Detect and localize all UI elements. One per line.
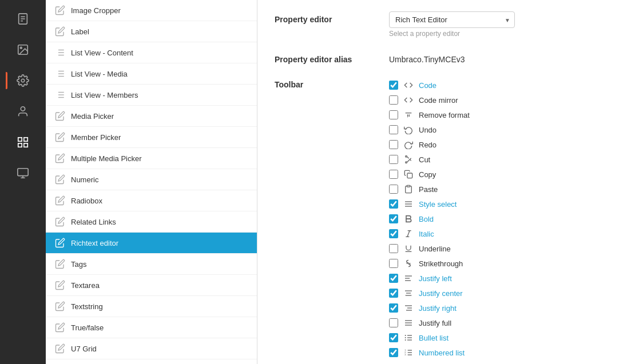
svg-line-40 xyxy=(407,157,408,158)
svg-point-6 xyxy=(21,79,25,82)
sidebar-item-richtext-editor[interactable]: Richtext editor xyxy=(46,233,257,254)
svg-rect-10 xyxy=(18,143,22,147)
svg-point-67 xyxy=(405,337,406,338)
sidebar-item-truefalse[interactable]: True/false xyxy=(46,317,257,338)
sidebar-item-list-view---media[interactable]: List View - Media xyxy=(46,63,257,85)
sidebar-item-media-picker[interactable]: Media Picker xyxy=(46,106,257,127)
toolbar-item-label-style-select: Style select xyxy=(419,200,457,209)
toolbar-checkbox-style-select[interactable] xyxy=(389,199,398,209)
toolbar-item-italic: Italic xyxy=(389,226,618,241)
toolbar-item-strikethrough: Strikethrough xyxy=(389,256,618,271)
sidebar-item-related-links[interactable]: Related Links xyxy=(46,211,257,233)
toolbar-checkbox-bullet-list[interactable] xyxy=(389,333,398,342)
sidebar-item-numeric[interactable]: Numeric xyxy=(46,169,257,190)
property-editor-field: Rich Text Editor ▼ Select a property edi… xyxy=(389,11,618,38)
nav-icon-document[interactable] xyxy=(6,5,40,33)
toolbar-item-justify-full: Justify full xyxy=(389,315,618,330)
sidebar-item-label: Textstring xyxy=(71,302,103,311)
pencil-icon xyxy=(55,343,65,354)
toolbar-checkbox-justify-left[interactable] xyxy=(389,274,398,283)
property-editor-select[interactable]: Rich Text Editor xyxy=(389,11,515,28)
svg-point-7 xyxy=(21,107,25,111)
toolbar-item-label-cut: Cut xyxy=(419,155,430,164)
nav-icon-image[interactable] xyxy=(6,35,40,64)
nav-icon-monitor[interactable] xyxy=(6,159,40,187)
pencil-icon xyxy=(55,132,65,142)
nav-icon-user[interactable] xyxy=(6,97,40,126)
sidebar-item-label: Image Cropper xyxy=(71,6,121,15)
toolbar-item-label-undo: Undo xyxy=(419,126,436,134)
toolbar-item-style-select: Style select xyxy=(389,197,618,211)
toolbar-checkbox-code-mirror[interactable] xyxy=(389,95,398,105)
toolbar-checkbox-undo[interactable] xyxy=(389,125,398,134)
sidebar-item-list-view---content[interactable]: List View - Content xyxy=(46,42,257,63)
svg-line-41 xyxy=(410,159,411,161)
toolbar-checkbox-justify-full[interactable] xyxy=(389,318,398,327)
sidebar-item-list-view---members[interactable]: List View - Members xyxy=(46,85,257,106)
svg-rect-11 xyxy=(24,143,27,147)
svg-text:3.: 3. xyxy=(404,353,406,356)
svg-point-68 xyxy=(405,339,406,341)
sidebar-item-tags[interactable]: Tags xyxy=(46,254,257,275)
sidebar-item-textarea[interactable]: Textarea xyxy=(46,275,257,296)
nav-icon-settings[interactable] xyxy=(6,66,40,95)
toolbar-checkbox-cut[interactable] xyxy=(389,155,398,164)
toolbar-checkbox-underline[interactable] xyxy=(389,244,398,253)
pencil-icon xyxy=(55,111,65,121)
toolbar-item-label-underline: Underline xyxy=(419,245,451,253)
sidebar-item-u7-grid-1[interactable]: U7 Grid (1) xyxy=(46,359,257,364)
toolbar-checkbox-justify-center[interactable] xyxy=(389,289,398,298)
toolbar-item-label-strikethrough: Strikethrough xyxy=(419,259,463,268)
toolbar-icon-justify-full xyxy=(403,318,414,328)
property-editor-row: Property editor Rich Text Editor ▼ Selec… xyxy=(275,11,618,38)
sidebar-item-label: List View - Content xyxy=(71,49,133,57)
svg-point-37 xyxy=(406,162,407,163)
svg-rect-8 xyxy=(18,138,22,141)
toolbar-item-code-mirror: Code mirror xyxy=(389,93,618,107)
svg-rect-12 xyxy=(18,169,28,176)
sidebar-item-image-cropper[interactable]: Image Cropper xyxy=(46,0,257,21)
toolbar-icon-bold xyxy=(403,214,414,224)
toolbar-checkbox-redo[interactable] xyxy=(389,140,398,149)
sidebar-item-multiple-media-picker[interactable]: Multiple Media Picker xyxy=(46,148,257,169)
toolbar-checkbox-copy[interactable] xyxy=(389,170,398,179)
sidebar-item-radiobox[interactable]: Radiobox xyxy=(46,190,257,211)
svg-text:T: T xyxy=(407,115,408,118)
pencil-icon xyxy=(55,26,65,37)
nav-icon-list[interactable] xyxy=(6,128,40,157)
pencil-icon xyxy=(55,301,65,311)
sidebar-item-textstring[interactable]: Textstring xyxy=(46,296,257,317)
sidebar-item-label: U7 Grid xyxy=(71,345,97,353)
toolbar-checkbox-bold[interactable] xyxy=(389,214,398,223)
pencil-icon xyxy=(55,90,65,100)
toolbar-icon-justify-center xyxy=(403,288,414,298)
toolbar-icon-justify-right xyxy=(403,303,414,313)
toolbar-item-label-justify-center: Justify center xyxy=(419,289,463,298)
toolbar-item-label-justify-full: Justify full xyxy=(419,319,451,327)
toolbar-item-justify-left: Justify left xyxy=(389,271,618,286)
sidebar-item-label[interactable]: Label xyxy=(46,21,257,42)
sidebar-item-label: Member Picker xyxy=(71,133,121,142)
property-editor-select-wrapper: Rich Text Editor ▼ xyxy=(389,11,515,28)
toolbar-checkbox-justify-right[interactable] xyxy=(389,303,398,313)
sidebar-item-label: List View - Media xyxy=(71,70,128,78)
toolbar-checkbox-paste[interactable] xyxy=(389,185,398,194)
toolbar-checkbox-code[interactable] xyxy=(389,81,398,90)
pencil-icon xyxy=(55,153,65,163)
sidebar-item-u7-grid[interactable]: U7 Grid xyxy=(46,338,257,359)
toolbar-label: Toolbar xyxy=(275,78,378,89)
toolbar-checkbox-remove-format[interactable] xyxy=(389,110,398,119)
toolbar-checkbox-strikethrough[interactable] xyxy=(389,259,398,268)
toolbar-item-bullet-list: Bullet list xyxy=(389,330,618,345)
toolbar-item-label-italic: Italic xyxy=(419,230,434,238)
svg-point-66 xyxy=(405,335,406,336)
toolbar-icon-bullet-list xyxy=(403,333,414,343)
property-editor-alias-value: Umbraco.TinyMCEv3 xyxy=(389,51,618,64)
toolbar-item-code: Code xyxy=(389,78,618,93)
toolbar-checkbox-numbered-list[interactable] xyxy=(389,348,398,357)
sidebar-item-member-picker[interactable]: Member Picker xyxy=(46,127,257,148)
sidebar-item-label: Tags xyxy=(71,260,86,269)
svg-point-5 xyxy=(20,47,22,49)
toolbar-checkbox-italic[interactable] xyxy=(389,229,398,238)
toolbar-item-bold: Bold xyxy=(389,211,618,226)
